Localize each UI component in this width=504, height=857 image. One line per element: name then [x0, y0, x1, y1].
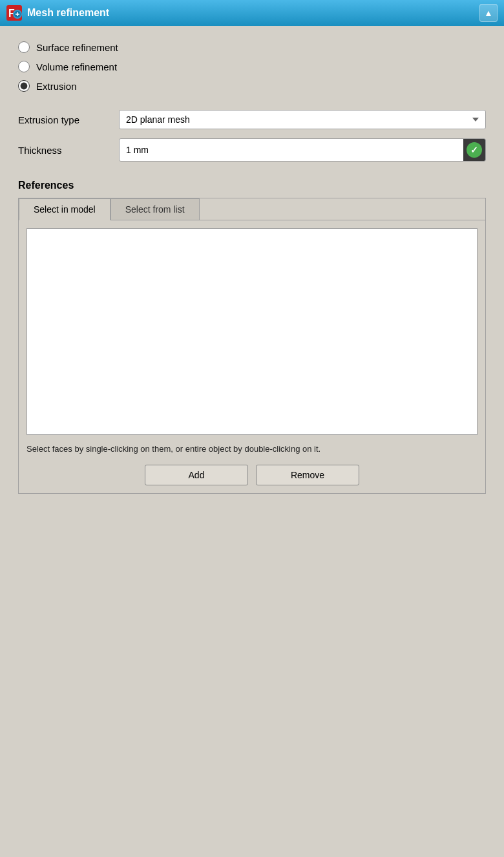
collapse-button[interactable]: ▲ — [479, 4, 498, 22]
selection-box[interactable] — [26, 228, 478, 435]
volume-refinement-option[interactable]: Volume refinement — [18, 61, 486, 72]
extrusion-type-label: Extrusion type — [18, 114, 109, 125]
form-section: Extrusion type 2D planar mesh 3D solid C… — [18, 110, 486, 162]
surface-refinement-label: Surface refinement — [36, 42, 118, 53]
extrusion-type-row: Extrusion type 2D planar mesh 3D solid C… — [18, 110, 486, 129]
title-bar-left: F Mesh refinement — [6, 5, 109, 21]
thickness-input[interactable] — [120, 141, 463, 159]
action-buttons-row: Add Remove — [26, 465, 478, 485]
thickness-check-area: ✓ — [463, 139, 485, 161]
references-title: References — [18, 180, 486, 191]
thickness-row: Thickness ✓ — [18, 138, 486, 162]
extrusion-radio[interactable] — [18, 80, 30, 92]
surface-refinement-option[interactable]: Surface refinement — [18, 41, 486, 53]
help-text: Select faces by single-clicking on them,… — [26, 443, 478, 456]
tab-select-in-model[interactable]: Select in model — [19, 198, 110, 220]
add-button[interactable]: Add — [145, 465, 248, 485]
tab-select-from-list[interactable]: Select from list — [110, 198, 200, 220]
window-title: Mesh refinement — [27, 7, 109, 19]
main-content: Surface refinement Volume refinement Ext… — [0, 26, 504, 509]
extrusion-type-select[interactable]: 2D planar mesh 3D solid Custom — [119, 110, 486, 129]
title-bar: F Mesh refinement ▲ — [0, 0, 504, 26]
volume-refinement-radio[interactable] — [18, 61, 30, 72]
surface-refinement-radio[interactable] — [18, 41, 30, 53]
tabs-panel: Select in model Select from list Select … — [18, 198, 486, 494]
references-section: References Select in model Select from l… — [18, 180, 486, 494]
tabs-header: Select in model Select from list — [19, 198, 485, 220]
thickness-input-wrap: ✓ — [119, 138, 486, 162]
extrusion-option[interactable]: Extrusion — [18, 80, 486, 92]
refinement-type-group: Surface refinement Volume refinement Ext… — [18, 41, 486, 92]
thickness-valid-icon: ✓ — [467, 142, 482, 158]
volume-refinement-label: Volume refinement — [36, 61, 117, 72]
app-icon: F — [6, 5, 22, 21]
thickness-label: Thickness — [18, 145, 109, 156]
extrusion-label: Extrusion — [36, 81, 77, 92]
remove-button[interactable]: Remove — [256, 465, 359, 485]
tab-content: Select faces by single-clicking on them,… — [19, 220, 485, 493]
